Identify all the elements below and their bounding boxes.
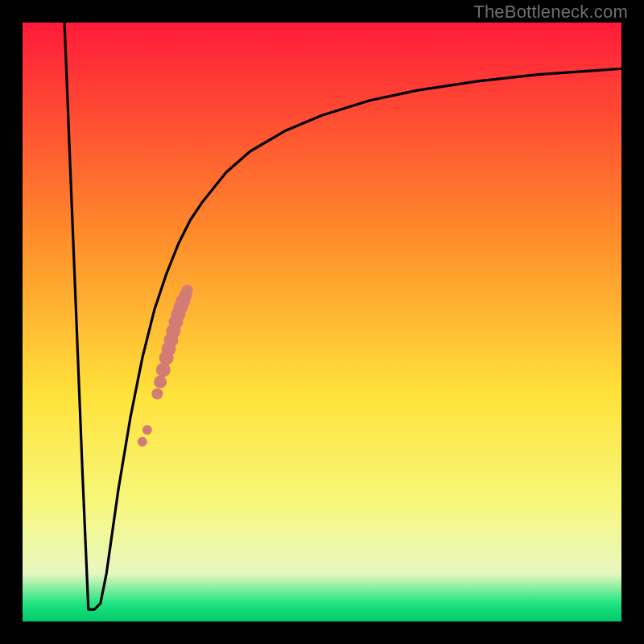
dot	[151, 388, 163, 399]
dot	[182, 285, 193, 296]
watermark-text: TheBottleneck.com	[473, 2, 628, 23]
chart-frame: TheBottleneck.com	[0, 0, 644, 644]
dot	[138, 437, 147, 447]
plot-area	[23, 23, 621, 621]
dot	[142, 425, 152, 435]
bottleneck-chart	[23, 23, 621, 621]
dot	[154, 375, 167, 388]
